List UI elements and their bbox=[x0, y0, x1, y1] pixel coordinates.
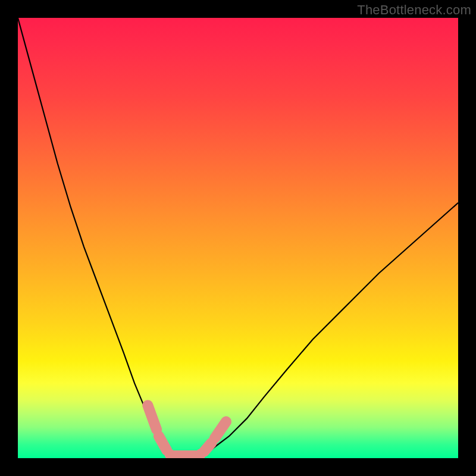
marker-right-segment-low bbox=[204, 443, 212, 452]
curve-layer bbox=[18, 18, 458, 456]
marker-left-segment-mid bbox=[159, 436, 167, 450]
series-left-curve bbox=[18, 18, 172, 456]
marker-right-segment-high bbox=[215, 422, 226, 439]
marker-left-segment-top bbox=[148, 405, 156, 430]
marker-layer bbox=[148, 405, 226, 458]
chart-svg bbox=[18, 18, 458, 458]
outer-frame: TheBottleneck.com bbox=[0, 0, 476, 476]
series-right-curve bbox=[198, 203, 458, 456]
watermark-text: TheBottleneck.com bbox=[357, 2, 471, 18]
plot-area bbox=[18, 18, 458, 458]
